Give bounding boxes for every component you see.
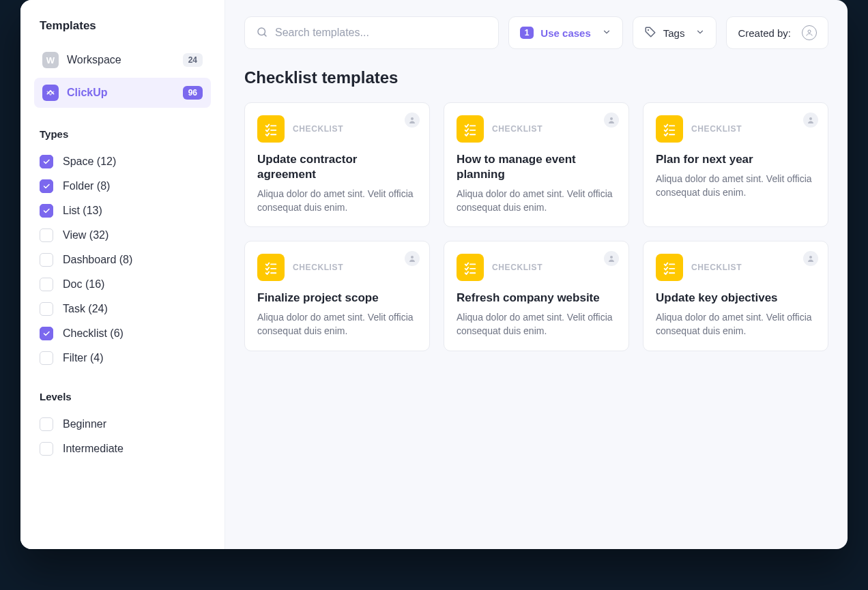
filter-usecases[interactable]: 1 Use cases (508, 16, 623, 49)
filter-tags[interactable]: Tags (633, 16, 717, 49)
svg-point-1 (648, 29, 649, 30)
tag-icon (644, 26, 656, 40)
checkbox[interactable] (40, 442, 53, 456)
checkbox[interactable] (40, 278, 53, 291)
svg-point-5 (809, 117, 812, 120)
level-label: Intermediate (63, 443, 124, 455)
source-workspace[interactable]: W Workspace 24 (34, 45, 211, 75)
chevron-down-icon (602, 27, 611, 39)
source-label: ClickUp (67, 87, 183, 99)
filter-created-by[interactable]: Created by: (726, 16, 828, 49)
search-templates[interactable] (244, 16, 499, 49)
svg-point-8 (809, 256, 812, 259)
checkbox[interactable] (40, 327, 53, 340)
type-row[interactable]: View (32) (34, 223, 211, 248)
card-title: How to manage event planning (457, 152, 616, 182)
template-card[interactable]: CHECKLISTPlan for next yearAliqua dolor … (643, 102, 828, 227)
svg-point-3 (411, 117, 414, 120)
checklist-icon (257, 115, 285, 143)
svg-point-6 (411, 256, 414, 259)
card-type-label: CHECKLIST (293, 124, 343, 134)
type-row[interactable]: Folder (8) (34, 174, 211, 198)
card-owner-avatar (803, 251, 818, 266)
page-title: Checklist templates (244, 68, 828, 87)
card-type-label: CHECKLIST (691, 124, 742, 134)
clickup-icon (42, 85, 59, 101)
level-row[interactable]: Beginner (34, 412, 211, 437)
checkbox[interactable] (40, 179, 53, 193)
source-label: Workspace (67, 54, 183, 66)
type-label: Dashboard (8) (63, 254, 132, 266)
usecases-count-badge: 1 (520, 27, 534, 39)
type-label: Space (12) (63, 156, 116, 168)
type-row[interactable]: Dashboard (8) (34, 248, 211, 272)
type-row[interactable]: Space (12) (34, 149, 211, 174)
checkbox[interactable] (40, 228, 53, 242)
card-header: CHECKLIST (656, 254, 815, 281)
type-row[interactable]: Filter (4) (34, 346, 211, 370)
card-header: CHECKLIST (257, 115, 417, 143)
card-header: CHECKLIST (257, 254, 417, 281)
card-owner-avatar (803, 113, 818, 128)
checkbox[interactable] (40, 155, 53, 168)
search-icon (256, 26, 268, 40)
level-label: Beginner (63, 418, 106, 430)
card-type-label: CHECKLIST (492, 124, 542, 134)
type-label: Checklist (6) (63, 327, 124, 340)
person-icon (802, 25, 817, 40)
app-window: Templates W Workspace 24 ClickUp 96 Type… (20, 0, 848, 549)
checkbox[interactable] (40, 351, 53, 365)
checkbox[interactable] (40, 253, 53, 267)
template-card[interactable]: CHECKLISTRefresh company websiteAliqua d… (444, 241, 629, 351)
checklist-icon (457, 254, 484, 281)
createdby-label: Created by: (738, 27, 791, 39)
search-input[interactable] (275, 27, 487, 39)
sidebar: Templates W Workspace 24 ClickUp 96 Type… (20, 0, 225, 549)
svg-point-4 (610, 117, 613, 120)
svg-point-7 (610, 256, 613, 259)
sidebar-title: Templates (34, 19, 211, 33)
checkbox[interactable] (40, 204, 53, 218)
type-row[interactable]: Doc (16) (34, 272, 211, 297)
types-list: Space (12)Folder (8)List (13)View (32)Da… (34, 149, 211, 370)
template-card[interactable]: CHECKLISTHow to manage event planningAli… (444, 102, 629, 227)
checkbox[interactable] (40, 417, 53, 431)
main-content: 1 Use cases Tags Created by: (225, 0, 848, 549)
level-row[interactable]: Intermediate (34, 437, 211, 461)
card-title: Plan for next year (656, 152, 815, 167)
type-row[interactable]: Checklist (6) (34, 321, 211, 346)
workspace-icon: W (42, 52, 59, 68)
template-card[interactable]: CHECKLISTUpdate key objectivesAliqua dol… (643, 241, 828, 351)
template-grid: CHECKLISTUpdate contractor agreementAliq… (244, 102, 828, 351)
levels-list: BeginnerIntermediate (34, 412, 211, 461)
template-card[interactable]: CHECKLISTUpdate contractor agreementAliq… (244, 102, 430, 227)
card-title: Finalize project scope (257, 291, 417, 306)
svg-point-2 (808, 30, 811, 33)
source-clickup[interactable]: ClickUp 96 (34, 78, 211, 108)
type-label: Filter (4) (63, 352, 104, 364)
type-label: View (32) (63, 229, 108, 241)
card-title: Refresh company website (457, 291, 616, 306)
type-row[interactable]: Task (24) (34, 297, 211, 321)
source-count: 96 (183, 86, 203, 100)
template-card[interactable]: CHECKLISTFinalize project scopeAliqua do… (244, 241, 430, 351)
card-description: Aliqua dolor do amet sint. Velit officia… (656, 173, 815, 199)
card-owner-avatar (604, 113, 619, 128)
card-description: Aliqua dolor do amet sint. Velit officia… (457, 311, 616, 338)
checkbox[interactable] (40, 302, 53, 316)
card-description: Aliqua dolor do amet sint. Velit officia… (656, 311, 815, 338)
type-label: Doc (16) (63, 278, 104, 291)
card-title: Update contractor agreement (257, 152, 417, 182)
usecases-label: Use cases (540, 27, 590, 39)
chevron-down-icon (695, 27, 705, 39)
checklist-icon (257, 254, 285, 281)
card-type-label: CHECKLIST (492, 263, 542, 272)
filter-bar: 1 Use cases Tags Created by: (244, 16, 828, 49)
card-header: CHECKLIST (656, 115, 815, 143)
card-type-label: CHECKLIST (293, 263, 343, 272)
types-heading: Types (40, 128, 211, 140)
type-row[interactable]: List (13) (34, 198, 211, 223)
source-count: 24 (183, 53, 203, 67)
checklist-icon (457, 115, 484, 143)
type-label: Folder (8) (63, 180, 110, 192)
